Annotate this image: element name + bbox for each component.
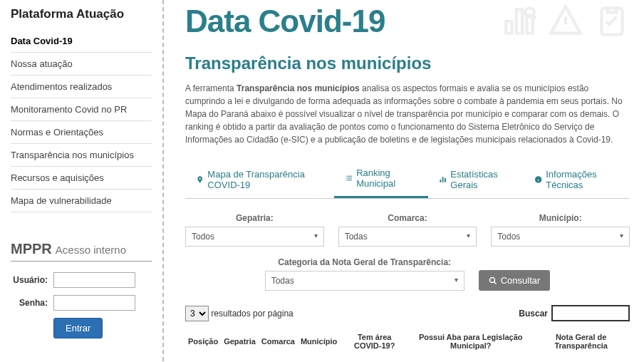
search-box: Buscar bbox=[519, 305, 630, 321]
sidebar-item-data-covid[interactable]: Data Covid-19 bbox=[11, 30, 152, 53]
categoria-select[interactable]: Todas bbox=[265, 271, 464, 291]
sidebar-item-transparencia[interactable]: Transparência nos municípios bbox=[11, 144, 152, 167]
sidebar-item-nossa-atuacao[interactable]: Nossa atuação bbox=[11, 53, 152, 76]
sidebar-item-recursos[interactable]: Recursos e aquisições bbox=[11, 167, 152, 190]
warning-icon bbox=[548, 4, 583, 39]
filter-municipio: Município: Todos bbox=[491, 213, 630, 247]
municipio-select[interactable]: Todos bbox=[491, 227, 630, 247]
search-icon bbox=[489, 276, 497, 285]
filter-row-2: Categoria da Nota Geral de Transparência… bbox=[185, 257, 630, 291]
categoria-label: Categoria da Nota Geral de Transparência… bbox=[265, 257, 464, 267]
sidebar: Plataforma Atuação Data Covid-19 Nossa a… bbox=[0, 0, 164, 361]
filter-comarca: Comarca: Todas bbox=[338, 213, 477, 247]
table-controls: 3 resultados por página Buscar bbox=[185, 305, 630, 321]
tab-ranking[interactable]: Ranking Municipal bbox=[334, 160, 428, 198]
per-page-control: 3 resultados por página bbox=[185, 306, 294, 321]
th-municipio[interactable]: Município bbox=[298, 329, 340, 354]
ranking-table: Posição Gepatria Comarca Município Tem á… bbox=[185, 329, 630, 354]
tab-informacoes[interactable]: Informações Técnicas bbox=[524, 160, 630, 198]
page-description: A ferramenta Transparência nos município… bbox=[185, 82, 630, 146]
filter-row-1: Gepatria: Todos Comarca: Todas Município… bbox=[185, 213, 630, 247]
search-input[interactable] bbox=[551, 305, 630, 321]
tab-estatisticas[interactable]: Estatísticas Gerais bbox=[428, 160, 524, 198]
login-button[interactable]: Entrar bbox=[53, 318, 103, 338]
consultar-button[interactable]: Consultar bbox=[479, 270, 551, 291]
th-gepatria[interactable]: Gepatria bbox=[221, 329, 259, 354]
sidebar-item-normas[interactable]: Normas e Orientações bbox=[11, 121, 152, 144]
clipboard-check-icon bbox=[594, 4, 630, 39]
comarca-select[interactable]: Todas bbox=[338, 227, 477, 247]
gepatria-label: Gepatria: bbox=[185, 213, 324, 223]
main-content: Data Covid-19 Transparência nos municípi… bbox=[164, 0, 644, 361]
tabs: Mapa de Transparência COVID-19 Ranking M… bbox=[185, 160, 630, 199]
gepatria-select[interactable]: Todos bbox=[185, 227, 324, 247]
th-nota-geral[interactable]: Nota Geral de Transparência bbox=[532, 329, 630, 354]
user-input[interactable] bbox=[53, 272, 135, 288]
municipio-label: Município: bbox=[491, 213, 630, 223]
filter-categoria: Categoria da Nota Geral de Transparência… bbox=[265, 257, 464, 291]
search-label: Buscar bbox=[519, 309, 548, 319]
comarca-label: Comarca: bbox=[338, 213, 477, 223]
user-label: Usuário: bbox=[11, 275, 53, 285]
acesso-interno-text: Acesso interno bbox=[56, 244, 126, 256]
filter-gepatria: Gepatria: Todos bbox=[185, 213, 324, 247]
th-comarca[interactable]: Comarca bbox=[259, 329, 298, 354]
th-aba-legislacao[interactable]: Possui Aba para Legislação Municipal? bbox=[409, 329, 532, 354]
per-page-select[interactable]: 3 bbox=[185, 306, 209, 321]
chart-search-icon bbox=[502, 4, 537, 39]
info-icon bbox=[534, 175, 542, 185]
login-box: MPPR Acesso interno Usuário: Senha: Entr… bbox=[11, 234, 152, 346]
pass-input[interactable] bbox=[53, 295, 135, 311]
svg-point-3 bbox=[489, 277, 494, 282]
page-title: Transparência nos municípios bbox=[185, 53, 630, 73]
tab-mapa[interactable]: Mapa de Transparência COVID-19 bbox=[185, 160, 334, 198]
th-area-covid[interactable]: Tem área COVID-19? bbox=[340, 329, 409, 354]
sidebar-item-atendimentos[interactable]: Atendimentos realizados bbox=[11, 76, 152, 98]
per-page-label: resultados por página bbox=[211, 309, 293, 319]
list-icon bbox=[345, 173, 353, 183]
sidebar-item-mapa[interactable]: Mapa de vulnerabilidade bbox=[11, 190, 152, 212]
sidebar-item-monitoramento[interactable]: Monitoramento Covid no PR bbox=[11, 98, 152, 121]
logo-area: Data Covid-19 bbox=[185, 4, 630, 39]
login-logo: MPPR Acesso interno bbox=[11, 241, 152, 262]
pass-label: Senha: bbox=[11, 298, 53, 308]
pin-icon bbox=[196, 175, 204, 185]
bar-chart-icon bbox=[439, 175, 447, 185]
mppr-logo-text: MPPR bbox=[11, 241, 52, 257]
bg-decorative-icons bbox=[502, 4, 630, 39]
th-posicao[interactable]: Posição bbox=[185, 329, 221, 354]
sidebar-title: Plataforma Atuação bbox=[11, 7, 152, 21]
